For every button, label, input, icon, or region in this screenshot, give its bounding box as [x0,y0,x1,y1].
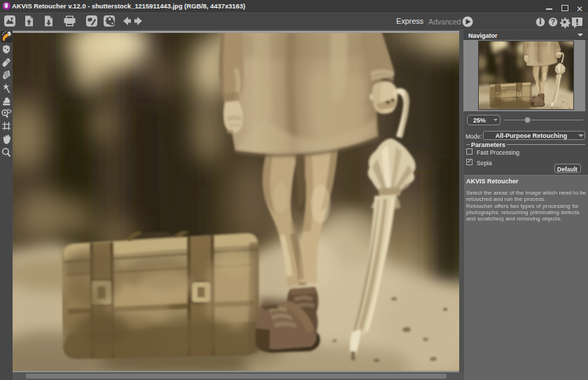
svg-text:?: ? [551,17,555,26]
